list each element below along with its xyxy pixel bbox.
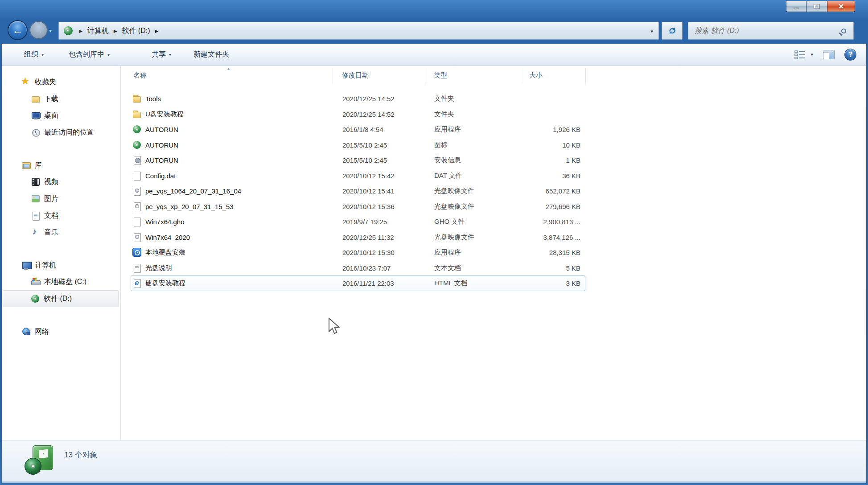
file-row[interactable]: pe_yqs_1064_20_07_31_16_04 2020/10/12 15… — [131, 183, 585, 199]
breadcrumb-item-computer[interactable]: 计算机 — [86, 25, 110, 37]
address-dropdown-icon[interactable]: ▾ — [650, 29, 653, 34]
column-header-size[interactable]: 大小 — [529, 71, 543, 80]
sidebar-item-desktop[interactable]: 桌面 — [31, 107, 58, 124]
file-row[interactable]: Win7x64.gho 2019/9/7 19:25 GHO 文件 2,900,… — [131, 214, 585, 230]
file-row[interactable]: Config.dat 2020/10/12 15:42 DAT 文件 36 KB — [131, 168, 585, 184]
breadcrumb-item-drive-d[interactable]: 软件 (D:) — [121, 25, 151, 37]
file-row[interactable]: Tools 2020/12/25 14:52 文件夹 — [131, 91, 585, 107]
breadcrumb[interactable]: ▶ 计算机 ▶ 软件 (D:) ▶ ▾ — [58, 22, 659, 40]
minimize-icon — [794, 8, 799, 9]
close-icon — [839, 2, 844, 11]
file-name: AUTORUN — [145, 156, 178, 164]
file-type: 文本文档 — [434, 263, 461, 272]
file-type: DAT 文件 — [434, 171, 462, 180]
mouse-cursor — [328, 317, 341, 336]
sidebar-section-computer[interactable]: 计算机 — [22, 257, 56, 274]
title-bar[interactable] — [0, 0, 868, 18]
videos-icon — [31, 177, 40, 186]
sidebar-item-documents[interactable]: 文档 — [31, 207, 58, 224]
file-row[interactable]: AUTORUN 2015/5/10 2:45 安装信息 1 KB — [131, 152, 585, 168]
sidebar-item-drive-d[interactable]: 软件 (D:) — [3, 290, 119, 307]
window-controls — [786, 1, 855, 12]
ie-html-icon — [132, 279, 141, 288]
minimize-button[interactable] — [786, 1, 806, 12]
maximize-icon — [814, 4, 819, 8]
recent-pages-chevron-icon[interactable]: ▾ — [49, 28, 52, 34]
sidebar-section-network[interactable]: 网络 — [22, 323, 49, 340]
preview-pane-icon[interactable] — [823, 50, 835, 59]
downloads-folder-icon — [31, 95, 40, 103]
file-type: 安装信息 — [434, 156, 461, 164]
search-input[interactable] — [688, 27, 841, 35]
column-header-date[interactable]: 修改日期 — [342, 71, 369, 80]
column-headers: ▲ 名称 修改日期 类型 大小 — [121, 66, 866, 86]
file-type: GHO 文件 — [434, 218, 465, 226]
file-row[interactable]: Win7x64_2020 2020/12/25 11:32 光盘映像文件 3,8… — [131, 230, 585, 245]
sidebar-item-pictures[interactable]: 图片 — [31, 190, 58, 207]
new-folder-button[interactable]: 新建文件夹 — [193, 44, 229, 66]
maximize-button[interactable] — [806, 1, 827, 12]
help-icon[interactable] — [844, 49, 856, 61]
column-separator[interactable] — [333, 68, 333, 84]
drive-d-disc-icon — [31, 294, 40, 303]
breadcrumb-arrow-icon[interactable]: ▶ — [155, 29, 159, 33]
column-separator[interactable] — [521, 68, 521, 84]
file-name: Win7x64_2020 — [145, 233, 190, 241]
sidebar-label: 收藏夹 — [35, 77, 56, 87]
sidebar-item-videos[interactable]: 视频 — [31, 173, 58, 190]
sidebar-item-recent-places[interactable]: 最近访问的位置 — [31, 124, 94, 141]
share-button[interactable]: 共享▾ — [152, 44, 171, 66]
organize-button[interactable]: 组织▾ — [24, 44, 44, 66]
sidebar-label: 文档 — [44, 211, 58, 221]
column-header-type[interactable]: 类型 — [434, 71, 447, 80]
forward-button[interactable] — [29, 21, 48, 39]
sidebar-item-music[interactable]: 音乐 — [31, 224, 58, 241]
file-name: pe_yqs_xp_20_07_31_15_53 — [145, 202, 234, 210]
back-button[interactable] — [8, 20, 28, 40]
file-name: 光盘说明 — [145, 263, 172, 272]
text-doc-icon — [132, 263, 141, 272]
file-list: ▲ 名称 修改日期 类型 大小 Tools 2020/12/25 14:52 文… — [121, 66, 866, 440]
file-row[interactable]: 光盘说明 2016/10/23 7:07 文本文档 5 KB — [131, 260, 585, 276]
views-chevron-icon[interactable]: ▾ — [810, 52, 813, 58]
toolbar-right-group: ▾ — [794, 44, 856, 66]
sidebar-label: 音乐 — [44, 227, 58, 237]
sidebar-section-libraries[interactable]: 库 — [22, 157, 42, 174]
green-disc-icon — [132, 125, 141, 134]
file-date: 2020/12/25 14:52 — [342, 95, 395, 103]
views-icon[interactable] — [794, 50, 806, 59]
column-header-name[interactable]: 名称 — [133, 71, 147, 80]
file-size: 1,926 KB — [553, 126, 580, 133]
sidebar-section-favorites[interactable]: 收藏夹 — [22, 74, 56, 90]
include-in-library-label: 包含到库中 — [69, 50, 104, 59]
file-size: 2,900,813 ... — [543, 218, 580, 226]
column-separator[interactable] — [427, 68, 427, 84]
music-icon — [31, 228, 40, 237]
file-size: 28,315 KB — [549, 249, 580, 256]
sidebar-item-downloads[interactable]: 下载 — [31, 90, 58, 107]
sidebar-label: 图片 — [44, 194, 58, 204]
blue-app-icon — [132, 248, 141, 257]
explorer-window: ▾ ▶ 计算机 ▶ 软件 (D:) ▶ ▾ 组织▾ 包含到库中▾ 共享▾ — [0, 0, 868, 485]
file-row[interactable]: pe_yqs_xp_20_07_31_15_53 2020/10/12 15:3… — [131, 199, 585, 214]
file-row-selected[interactable]: 硬盘安装教程 2016/11/21 22:03 HTML 文档 3 KB — [131, 275, 585, 291]
sidebar-item-local-disk-c[interactable]: 本地磁盘 (C:) — [31, 273, 86, 290]
file-name: U盘安装教程 — [145, 110, 184, 118]
computer-icon — [22, 261, 31, 270]
include-in-library-button[interactable]: 包含到库中▾ — [69, 44, 110, 66]
file-date: 2020/10/12 15:41 — [342, 187, 395, 195]
file-row[interactable]: AUTORUN 2016/1/8 4:54 应用程序 1,926 KB — [131, 122, 585, 137]
close-button[interactable] — [827, 1, 855, 12]
setup-info-icon — [132, 156, 141, 164]
refresh-button[interactable] — [662, 22, 683, 40]
file-date: 2020/12/25 14:52 — [342, 110, 395, 118]
disc-image-icon — [132, 233, 141, 242]
green-disc-icon — [132, 140, 141, 149]
search-icon[interactable] — [841, 29, 846, 33]
command-toolbar: 组织▾ 包含到库中▾ 共享▾ 新建文件夹 ▾ — [2, 44, 866, 66]
file-row[interactable]: 本地硬盘安装 2020/10/12 15:30 应用程序 28,315 KB — [131, 245, 585, 260]
file-row[interactable]: U盘安装教程 2020/12/25 14:52 文件夹 — [131, 107, 585, 122]
search-box[interactable] — [688, 22, 854, 40]
file-row[interactable]: AUTORUN 2015/5/10 2:45 图标 10 KB — [131, 137, 585, 153]
column-separator[interactable] — [585, 68, 586, 84]
